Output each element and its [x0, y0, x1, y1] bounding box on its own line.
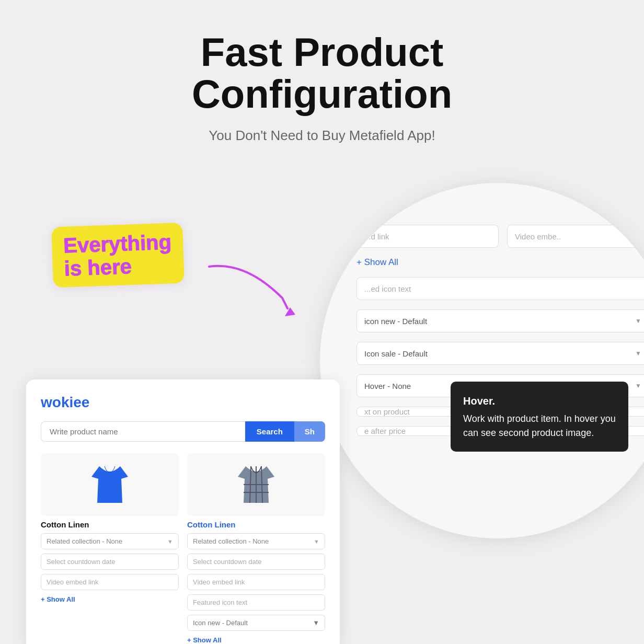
- product-collection-select-2[interactable]: Related collection - None ▼: [187, 533, 325, 549]
- chevron-down-icon: ▼: [167, 538, 173, 545]
- search-button[interactable]: Search: [245, 421, 294, 442]
- product-icon-select-2[interactable]: Icon new - Default ▼: [187, 615, 325, 631]
- hover-tooltip: Hover. Work with product item. In hover …: [451, 382, 628, 452]
- circle-row-1: ...d link Video embe..: [356, 225, 644, 248]
- circle-row-showAll: + Show All: [356, 257, 644, 268]
- product-image-1: [41, 453, 179, 516]
- search-input[interactable]: [41, 421, 245, 442]
- tooltip-title: Hover.: [463, 393, 616, 409]
- tooltip-body: Work with product item. In hover you can…: [463, 412, 616, 440]
- product-card-1: Cotton Linen Related collection - None ▼…: [41, 453, 179, 644]
- brand-logo: wokiee: [41, 394, 325, 411]
- product-video-link-1: Video embed link: [41, 574, 179, 590]
- product-image-2: [187, 453, 325, 516]
- config-circle-panel: ...d link Video embe.. + Show All ...ed …: [320, 183, 644, 538]
- circle-show-all-link[interactable]: + Show All: [356, 257, 398, 268]
- product-name-1: Cotton Linen: [41, 520, 179, 529]
- arrow-icon: [204, 256, 319, 324]
- circle-field-video: Video embe..: [507, 225, 644, 248]
- ui-card: wokiee Search Sh Cotton Linen Related co…: [26, 380, 340, 644]
- product-card-2: Cotton Linen Related collection - None ▼…: [187, 453, 325, 644]
- circle-select-icon-sale[interactable]: Icon sale - Default ▼: [356, 342, 644, 365]
- product-countdown-1: Select countdown date: [41, 554, 179, 570]
- page-subtitle: You Don't Need to Buy Metafield App!: [209, 128, 435, 144]
- circle-select-icon-new[interactable]: icon new - Default ▼: [356, 309, 644, 332]
- show-button[interactable]: Sh: [294, 421, 325, 442]
- product-image-icon: [89, 461, 131, 508]
- product-show-all-1[interactable]: + Show All: [41, 595, 179, 603]
- search-row: Search Sh: [41, 421, 325, 442]
- chevron-down-icon: ▼: [635, 350, 641, 357]
- badge-container: Everything is here: [52, 225, 183, 285]
- product-collection-select-1[interactable]: Related collection - None ▼: [41, 533, 179, 549]
- page-container: Fast Product Configuration You Don't Nee…: [0, 0, 644, 644]
- chevron-down-icon: ▼: [635, 382, 641, 389]
- svg-marker-0: [285, 307, 295, 316]
- circle-field-icon-text: ...ed icon text: [356, 277, 644, 300]
- chevron-down-icon: ▼: [635, 317, 641, 325]
- product-video-link-2: Video embed link: [187, 574, 325, 590]
- product-image-icon: [235, 461, 277, 508]
- page-title: Fast Product Configuration: [192, 31, 452, 115]
- product-grid: Cotton Linen Related collection - None ▼…: [41, 453, 325, 644]
- product-show-all-2[interactable]: + Show All: [187, 636, 325, 644]
- circle-field-link: ...d link: [356, 225, 499, 248]
- everything-badge: Everything is here: [51, 223, 185, 288]
- product-icon-text-2: Featured icon text: [187, 594, 325, 611]
- chevron-down-icon: ▼: [314, 538, 319, 545]
- chevron-down-icon: ▼: [313, 619, 319, 627]
- product-countdown-2: Select countdown date: [187, 554, 325, 570]
- product-name-2: Cotton Linen: [187, 520, 325, 529]
- circle-row-2: ...ed icon text: [356, 277, 644, 300]
